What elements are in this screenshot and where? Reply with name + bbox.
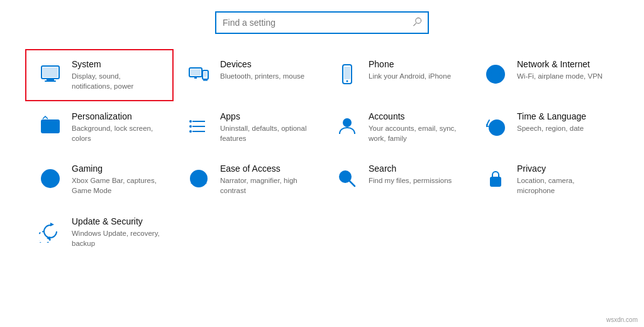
accounts-icon bbox=[333, 113, 361, 140]
settings-item-personalization[interactable]: PersonalizationBackground, lock screen, … bbox=[25, 101, 174, 153]
devices-title: Devices bbox=[220, 59, 304, 69]
svg-rect-3 bbox=[43, 67, 58, 77]
settings-item-network[interactable]: Network & InternetWi-Fi, airplane mode, … bbox=[470, 49, 619, 101]
settings-item-search[interactable]: SearchFind my files, permissions bbox=[322, 153, 470, 206]
privacy-icon bbox=[482, 165, 509, 192]
privacy-title: Privacy bbox=[517, 164, 608, 174]
svg-rect-11 bbox=[344, 67, 350, 79]
update-desc: Windows Update, recovery, backup bbox=[72, 228, 162, 248]
network-icon bbox=[482, 60, 509, 88]
svg-point-28 bbox=[343, 119, 351, 126]
time-title: Time & Language bbox=[517, 111, 586, 121]
watermark: wsxdn.com bbox=[606, 316, 638, 323]
svg-point-12 bbox=[347, 80, 348, 82]
settings-item-apps[interactable]: AppsUninstall, defaults, optional featur… bbox=[174, 101, 322, 153]
svg-rect-19 bbox=[42, 120, 59, 125]
search-box[interactable] bbox=[215, 11, 429, 34]
svg-point-27 bbox=[189, 130, 192, 133]
system-desc: Display, sound, notifications, power bbox=[72, 71, 162, 91]
search-icon bbox=[413, 18, 421, 28]
svg-rect-2 bbox=[45, 80, 56, 82]
svg-rect-5 bbox=[191, 69, 201, 75]
gaming-title: Gaming bbox=[72, 164, 162, 174]
gaming-desc: Xbox Game Bar, captures, Game Mode bbox=[72, 175, 162, 196]
svg-line-42 bbox=[350, 181, 355, 186]
devices-icon bbox=[185, 60, 213, 88]
svg-rect-8 bbox=[194, 77, 197, 79]
phone-desc: Link your Android, iPhone bbox=[369, 71, 451, 81]
apps-desc: Uninstall, defaults, optional features bbox=[220, 123, 311, 143]
search-title: Search bbox=[369, 164, 452, 174]
svg-point-44 bbox=[494, 180, 497, 182]
devices-desc: Bluetooth, printers, mouse bbox=[220, 71, 304, 81]
ease-title: Ease of Access bbox=[220, 164, 311, 174]
privacy-desc: Location, camera, microphone bbox=[517, 175, 608, 196]
network-title: Network & Internet bbox=[517, 59, 602, 69]
settings-item-update[interactable]: Update & SecurityWindows Update, recover… bbox=[25, 206, 174, 258]
accounts-title: Accounts bbox=[369, 111, 459, 121]
personalization-desc: Background, lock screen, colors bbox=[72, 123, 162, 143]
apps-icon bbox=[185, 113, 213, 140]
settings-item-privacy[interactable]: PrivacyLocation, camera, microphone bbox=[470, 153, 619, 206]
search-icon bbox=[333, 165, 361, 192]
accounts-desc: Your accounts, email, sync, work, family bbox=[369, 123, 459, 143]
system-title: System bbox=[72, 59, 162, 69]
svg-point-35 bbox=[52, 177, 54, 179]
time-icon bbox=[482, 113, 509, 140]
settings-item-devices[interactable]: DevicesBluetooth, printers, mouse bbox=[174, 49, 322, 101]
svg-point-26 bbox=[189, 125, 192, 128]
system-icon bbox=[36, 60, 64, 88]
gaming-icon bbox=[36, 165, 64, 192]
settings-item-phone[interactable]: PhoneLink your Android, iPhone bbox=[322, 49, 470, 101]
settings-item-system[interactable]: SystemDisplay, sound, notifications, pow… bbox=[25, 49, 174, 101]
apps-title: Apps bbox=[220, 111, 311, 121]
personalization-icon bbox=[36, 113, 64, 140]
network-desc: Wi-Fi, airplane mode, VPN bbox=[517, 71, 602, 81]
personalization-title: Personalization bbox=[72, 111, 162, 121]
search-desc: Find my files, permissions bbox=[369, 175, 452, 186]
update-icon bbox=[36, 218, 64, 245]
phone-title: Phone bbox=[369, 59, 451, 69]
ease-icon bbox=[185, 165, 213, 192]
settings-item-gaming[interactable]: GamingXbox Game Bar, captures, Game Mode bbox=[25, 153, 174, 206]
settings-item-ease[interactable]: Ease of AccessNarrator, magnifier, high … bbox=[174, 153, 322, 206]
svg-point-36 bbox=[54, 179, 56, 180]
settings-item-time[interactable]: Time & LanguageSpeech, region, date bbox=[470, 101, 619, 153]
svg-rect-9 bbox=[203, 80, 208, 81]
svg-rect-1 bbox=[47, 79, 54, 80]
svg-rect-7 bbox=[204, 72, 207, 77]
top-bar bbox=[0, 0, 644, 43]
time-desc: Speech, region, date bbox=[517, 123, 586, 133]
settings-grid: SystemDisplay, sound, notifications, pow… bbox=[0, 43, 644, 258]
svg-point-25 bbox=[189, 120, 192, 123]
search-input[interactable] bbox=[223, 18, 413, 28]
phone-icon bbox=[333, 60, 361, 88]
settings-item-accounts[interactable]: AccountsYour accounts, email, sync, work… bbox=[322, 101, 470, 153]
update-title: Update & Security bbox=[72, 216, 162, 226]
ease-desc: Narrator, magnifier, high contrast bbox=[220, 175, 311, 196]
